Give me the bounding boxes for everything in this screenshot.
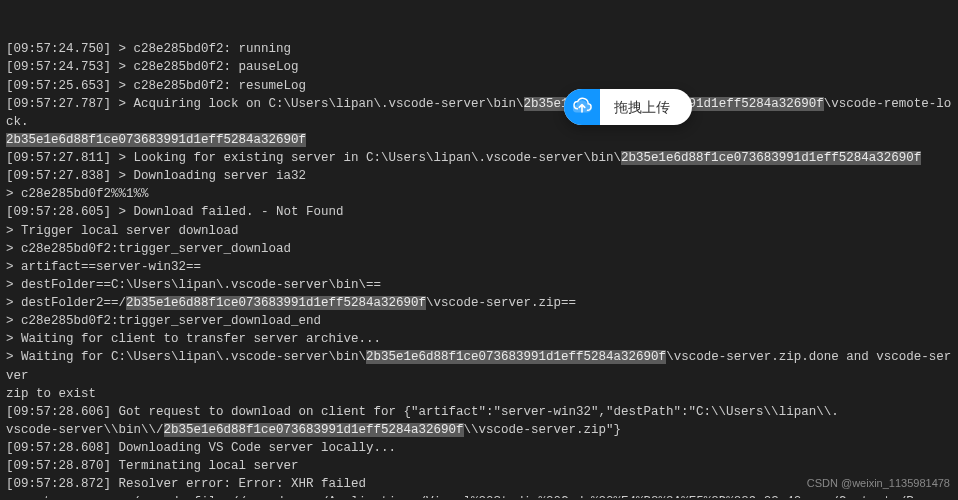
- text-segment: [09:57:27.838] > Downloading server ia32: [6, 169, 306, 183]
- text-segment: > destFolder2==/: [6, 296, 126, 310]
- terminal-line: > Waiting for client to transfer server …: [6, 330, 952, 348]
- watermark: CSDN @weixin_1135981478: [807, 476, 950, 492]
- terminal-line: > Waiting for C:\Users\lipan\.vscode-ser…: [6, 348, 952, 384]
- terminal-line: [09:57:28.605] > Download failed. - Not …: [6, 203, 952, 221]
- terminal-line: at y.onerror (vscode-file://vscode-app/A…: [6, 493, 952, 498]
- terminal-line: > c28e285bd0f2:trigger_server_download_e…: [6, 312, 952, 330]
- text-segment: [09:57:28.605] > Download failed. - Not …: [6, 205, 344, 219]
- text-segment: [09:57:25.653] > c28e285bd0f2: resumeLog: [6, 79, 306, 93]
- terminal-line: vscode-server\\bin\\/2b35e1e6d88f1ce0736…: [6, 421, 952, 439]
- text-segment: > Waiting for client to transfer server …: [6, 332, 381, 346]
- terminal-line: > c28e285bd0f2:trigger_server_download: [6, 240, 952, 258]
- text-segment: \vscode-server.zip==: [426, 296, 576, 310]
- text-segment: [09:57:28.606] Got request to download o…: [6, 405, 839, 419]
- terminal-line: [09:57:27.811] > Looking for existing se…: [6, 149, 952, 167]
- terminal-line: [09:57:24.750] > c28e285bd0f2: running: [6, 40, 952, 58]
- text-segment: > artifact==server-win32==: [6, 260, 201, 274]
- text-segment: > Trigger local server download: [6, 224, 239, 238]
- terminal-line: [09:57:24.753] > c28e285bd0f2: pauseLog: [6, 58, 952, 76]
- terminal-line: > c28e285bd0f2%%1%%: [6, 185, 952, 203]
- highlighted-hash: 2b35e1e6d88f1ce073683991d1eff5284a32690f: [6, 133, 306, 147]
- terminal-line: [09:57:28.606] Got request to download o…: [6, 403, 952, 421]
- terminal-line: [09:57:25.653] > c28e285bd0f2: resumeLog: [6, 77, 952, 95]
- terminal-line: > artifact==server-win32==: [6, 258, 952, 276]
- text-segment: zip to exist: [6, 387, 96, 401]
- text-segment: > destFolder==C:\Users\lipan\.vscode-ser…: [6, 278, 381, 292]
- terminal-output[interactable]: [09:57:24.750] > c28e285bd0f2: running[0…: [0, 0, 958, 498]
- upload-popup[interactable]: 拖拽上传: [564, 89, 692, 125]
- upload-popup-label: 拖拽上传: [600, 97, 692, 117]
- text-segment: > c28e285bd0f2:trigger_server_download: [6, 242, 291, 256]
- text-segment: [09:57:27.811] > Looking for existing se…: [6, 151, 621, 165]
- text-segment: > Waiting for C:\Users\lipan\.vscode-ser…: [6, 350, 366, 364]
- terminal-line: [09:57:28.870] Terminating local server: [6, 457, 952, 475]
- terminal-line: > destFolder==C:\Users\lipan\.vscode-ser…: [6, 276, 952, 294]
- highlighted-hash: 2b35e1e6d88f1ce073683991d1eff5284a32690f: [126, 296, 426, 310]
- terminal-line: [09:57:28.608] Downloading VS Code serve…: [6, 439, 952, 457]
- terminal-line: [09:57:27.838] > Downloading server ia32: [6, 167, 952, 185]
- text-segment: [09:57:28.870] Terminating local server: [6, 459, 299, 473]
- highlighted-hash: 2b35e1e6d88f1ce073683991d1eff5284a32690f: [621, 151, 921, 165]
- terminal-line: [09:57:27.787] > Acquiring lock on C:\Us…: [6, 95, 952, 131]
- text-segment: [09:57:28.608] Downloading VS Code serve…: [6, 441, 396, 455]
- text-segment: [09:57:24.753] > c28e285bd0f2: pauseLog: [6, 60, 299, 74]
- text-segment: [09:57:27.787] > Acquiring lock on C:\Us…: [6, 97, 524, 111]
- text-segment: [09:57:24.750] > c28e285bd0f2: running: [6, 42, 291, 56]
- text-segment: vscode-server\\bin\\/: [6, 423, 164, 437]
- text-segment: [09:57:28.872] Resolver error: Error: XH…: [6, 477, 366, 491]
- terminal-line: zip to exist: [6, 385, 952, 403]
- text-segment: > c28e285bd0f2%%1%%: [6, 187, 149, 201]
- cloud-upload-icon: [564, 89, 600, 125]
- highlighted-hash: 2b35e1e6d88f1ce073683991d1eff5284a32690f: [164, 423, 464, 437]
- highlighted-hash: 2b35e1e6d88f1ce073683991d1eff5284a32690f: [366, 350, 666, 364]
- terminal-line: > destFolder2==/2b35e1e6d88f1ce073683991…: [6, 294, 952, 312]
- terminal-line: > Trigger local server download: [6, 222, 952, 240]
- terminal-line: 2b35e1e6d88f1ce073683991d1eff5284a32690f: [6, 131, 952, 149]
- text-segment: > c28e285bd0f2:trigger_server_download_e…: [6, 314, 321, 328]
- text-segment: \\vscode-server.zip"}: [464, 423, 622, 437]
- text-segment: at y.onerror (vscode-: [6, 495, 194, 498]
